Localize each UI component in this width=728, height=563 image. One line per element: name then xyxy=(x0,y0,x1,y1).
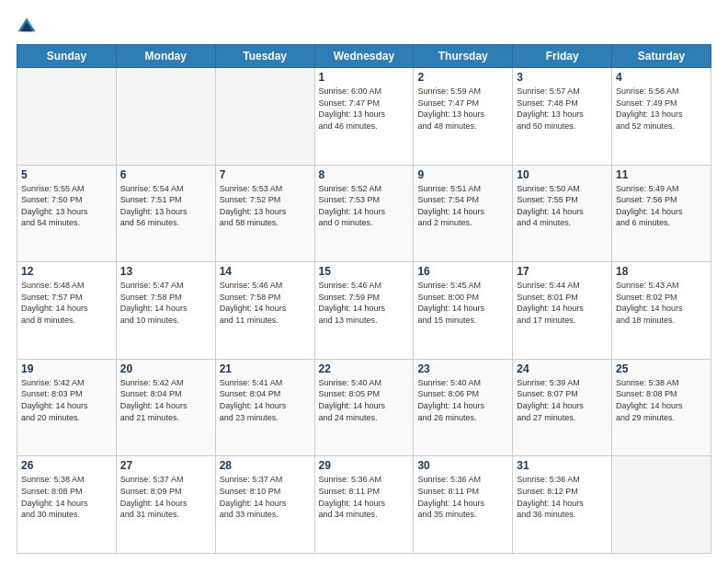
day-number: 6 xyxy=(120,168,211,181)
calendar-cell: 7Sunrise: 5:53 AM Sunset: 7:52 PM Daylig… xyxy=(215,165,314,262)
day-info: Sunrise: 5:50 AM Sunset: 7:55 PM Dayligh… xyxy=(517,183,608,229)
week-row-3: 12Sunrise: 5:48 AM Sunset: 7:57 PM Dayli… xyxy=(17,262,711,360)
day-info: Sunrise: 5:40 AM Sunset: 8:06 PM Dayligh… xyxy=(417,377,508,423)
calendar-cell: 29Sunrise: 5:36 AM Sunset: 8:11 PM Dayli… xyxy=(314,456,414,554)
calendar-cell: 18Sunrise: 5:43 AM Sunset: 8:02 PM Dayli… xyxy=(612,262,711,360)
day-number: 15 xyxy=(319,265,410,278)
calendar-cell: 5Sunrise: 5:55 AM Sunset: 7:50 PM Daylig… xyxy=(17,165,117,262)
calendar-cell: 6Sunrise: 5:54 AM Sunset: 7:51 PM Daylig… xyxy=(116,165,215,262)
calendar-cell: 21Sunrise: 5:41 AM Sunset: 8:04 PM Dayli… xyxy=(215,359,314,456)
day-number: 24 xyxy=(517,362,608,375)
day-number: 11 xyxy=(616,168,707,181)
weekday-header-thursday: Thursday xyxy=(414,45,513,68)
weekday-header-tuesday: Tuesday xyxy=(215,45,314,68)
day-number: 31 xyxy=(517,459,608,472)
calendar-cell: 20Sunrise: 5:42 AM Sunset: 8:04 PM Dayli… xyxy=(116,359,215,456)
logo xyxy=(17,17,40,37)
calendar-cell: 16Sunrise: 5:45 AM Sunset: 8:00 PM Dayli… xyxy=(414,262,513,360)
calendar-cell xyxy=(612,456,711,554)
calendar-cell: 10Sunrise: 5:50 AM Sunset: 7:55 PM Dayli… xyxy=(513,165,612,262)
day-number: 7 xyxy=(220,168,311,181)
day-number: 10 xyxy=(517,168,608,181)
day-number: 16 xyxy=(417,265,508,278)
week-row-1: 1Sunrise: 6:00 AM Sunset: 7:47 PM Daylig… xyxy=(17,68,711,166)
calendar-cell: 27Sunrise: 5:37 AM Sunset: 8:09 PM Dayli… xyxy=(116,456,215,554)
day-info: Sunrise: 5:47 AM Sunset: 7:58 PM Dayligh… xyxy=(120,280,211,326)
calendar-cell xyxy=(116,68,215,166)
calendar-cell: 19Sunrise: 5:42 AM Sunset: 8:03 PM Dayli… xyxy=(17,359,117,456)
day-info: Sunrise: 5:43 AM Sunset: 8:02 PM Dayligh… xyxy=(616,280,707,326)
day-number: 29 xyxy=(319,459,410,472)
day-info: Sunrise: 5:55 AM Sunset: 7:50 PM Dayligh… xyxy=(21,183,112,229)
day-info: Sunrise: 5:49 AM Sunset: 7:56 PM Dayligh… xyxy=(616,183,707,229)
day-number: 8 xyxy=(319,168,410,181)
calendar-cell: 14Sunrise: 5:46 AM Sunset: 7:58 PM Dayli… xyxy=(215,262,314,360)
weekday-header-monday: Monday xyxy=(116,45,215,68)
calendar-cell: 17Sunrise: 5:44 AM Sunset: 8:01 PM Dayli… xyxy=(513,262,612,360)
day-number: 21 xyxy=(220,362,311,375)
calendar-cell: 13Sunrise: 5:47 AM Sunset: 7:58 PM Dayli… xyxy=(116,262,215,360)
day-info: Sunrise: 5:41 AM Sunset: 8:04 PM Dayligh… xyxy=(220,377,311,423)
logo-icon xyxy=(17,17,37,37)
weekday-header-friday: Friday xyxy=(513,45,612,68)
calendar-cell: 23Sunrise: 5:40 AM Sunset: 8:06 PM Dayli… xyxy=(414,359,513,456)
day-info: Sunrise: 5:57 AM Sunset: 7:48 PM Dayligh… xyxy=(517,86,608,132)
day-info: Sunrise: 6:00 AM Sunset: 7:47 PM Dayligh… xyxy=(319,86,410,132)
calendar-cell: 8Sunrise: 5:52 AM Sunset: 7:53 PM Daylig… xyxy=(314,165,414,262)
day-number: 5 xyxy=(21,168,112,181)
day-number: 3 xyxy=(517,71,608,84)
day-number: 4 xyxy=(616,71,707,84)
calendar-cell: 28Sunrise: 5:37 AM Sunset: 8:10 PM Dayli… xyxy=(215,456,314,554)
day-info: Sunrise: 5:48 AM Sunset: 7:57 PM Dayligh… xyxy=(21,280,112,326)
day-number: 9 xyxy=(417,168,508,181)
day-info: Sunrise: 5:38 AM Sunset: 8:08 PM Dayligh… xyxy=(616,377,707,423)
week-row-4: 19Sunrise: 5:42 AM Sunset: 8:03 PM Dayli… xyxy=(17,359,711,456)
calendar-cell xyxy=(17,68,117,166)
calendar-cell: 4Sunrise: 5:56 AM Sunset: 7:49 PM Daylig… xyxy=(612,68,711,166)
day-number: 17 xyxy=(517,265,608,278)
calendar-cell: 31Sunrise: 5:36 AM Sunset: 8:12 PM Dayli… xyxy=(513,456,612,554)
day-info: Sunrise: 5:54 AM Sunset: 7:51 PM Dayligh… xyxy=(120,183,211,229)
calendar-cell: 25Sunrise: 5:38 AM Sunset: 8:08 PM Dayli… xyxy=(612,359,711,456)
calendar-cell xyxy=(215,68,314,166)
weekday-header-saturday: Saturday xyxy=(612,45,711,68)
weekday-header-sunday: Sunday xyxy=(17,45,117,68)
week-row-2: 5Sunrise: 5:55 AM Sunset: 7:50 PM Daylig… xyxy=(17,165,711,262)
day-number: 20 xyxy=(120,362,211,375)
day-number: 1 xyxy=(319,71,410,84)
day-info: Sunrise: 5:46 AM Sunset: 7:58 PM Dayligh… xyxy=(220,280,311,326)
day-info: Sunrise: 5:45 AM Sunset: 8:00 PM Dayligh… xyxy=(417,280,508,326)
day-info: Sunrise: 5:36 AM Sunset: 8:11 PM Dayligh… xyxy=(417,474,508,520)
day-info: Sunrise: 5:53 AM Sunset: 7:52 PM Dayligh… xyxy=(220,183,311,229)
day-number: 18 xyxy=(616,265,707,278)
day-info: Sunrise: 5:59 AM Sunset: 7:47 PM Dayligh… xyxy=(417,86,508,132)
calendar-cell: 1Sunrise: 6:00 AM Sunset: 7:47 PM Daylig… xyxy=(314,68,414,166)
day-info: Sunrise: 5:46 AM Sunset: 7:59 PM Dayligh… xyxy=(319,280,410,326)
day-info: Sunrise: 5:36 AM Sunset: 8:12 PM Dayligh… xyxy=(517,474,608,520)
day-number: 23 xyxy=(417,362,508,375)
day-number: 13 xyxy=(120,265,211,278)
calendar-cell: 30Sunrise: 5:36 AM Sunset: 8:11 PM Dayli… xyxy=(414,456,513,554)
day-info: Sunrise: 5:40 AM Sunset: 8:05 PM Dayligh… xyxy=(319,377,410,423)
day-info: Sunrise: 5:42 AM Sunset: 8:03 PM Dayligh… xyxy=(21,377,112,423)
day-info: Sunrise: 5:44 AM Sunset: 8:01 PM Dayligh… xyxy=(517,280,608,326)
header xyxy=(17,17,711,37)
day-info: Sunrise: 5:37 AM Sunset: 8:09 PM Dayligh… xyxy=(120,474,211,520)
day-number: 19 xyxy=(21,362,112,375)
day-number: 12 xyxy=(21,265,112,278)
day-info: Sunrise: 5:37 AM Sunset: 8:10 PM Dayligh… xyxy=(220,474,311,520)
calendar-cell: 2Sunrise: 5:59 AM Sunset: 7:47 PM Daylig… xyxy=(414,68,513,166)
calendar-cell: 9Sunrise: 5:51 AM Sunset: 7:54 PM Daylig… xyxy=(414,165,513,262)
calendar-cell: 24Sunrise: 5:39 AM Sunset: 8:07 PM Dayli… xyxy=(513,359,612,456)
week-row-5: 26Sunrise: 5:38 AM Sunset: 8:08 PM Dayli… xyxy=(17,456,711,554)
day-number: 26 xyxy=(21,459,112,472)
weekday-header-row: SundayMondayTuesdayWednesdayThursdayFrid… xyxy=(17,45,711,68)
day-info: Sunrise: 5:56 AM Sunset: 7:49 PM Dayligh… xyxy=(616,86,707,132)
day-number: 28 xyxy=(220,459,311,472)
day-number: 27 xyxy=(120,459,211,472)
calendar-table: SundayMondayTuesdayWednesdayThursdayFrid… xyxy=(17,44,711,554)
calendar-cell: 22Sunrise: 5:40 AM Sunset: 8:05 PM Dayli… xyxy=(314,359,414,456)
calendar-cell: 12Sunrise: 5:48 AM Sunset: 7:57 PM Dayli… xyxy=(17,262,117,360)
calendar-cell: 3Sunrise: 5:57 AM Sunset: 7:48 PM Daylig… xyxy=(513,68,612,166)
page: SundayMondayTuesdayWednesdayThursdayFrid… xyxy=(0,0,728,563)
